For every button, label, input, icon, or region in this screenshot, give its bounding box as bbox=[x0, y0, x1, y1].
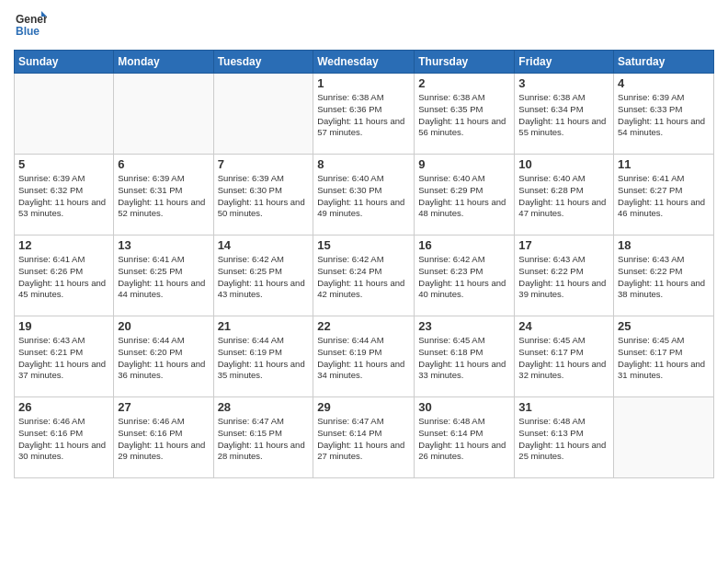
day-info: Sunrise: 6:40 AM Sunset: 6:30 PM Dayligh… bbox=[317, 173, 410, 220]
calendar-cell: 5Sunrise: 6:39 AM Sunset: 6:32 PM Daylig… bbox=[15, 155, 114, 236]
day-number: 24 bbox=[518, 319, 609, 333]
day-info: Sunrise: 6:44 AM Sunset: 6:20 PM Dayligh… bbox=[118, 335, 209, 382]
day-number: 6 bbox=[118, 157, 209, 171]
day-number: 3 bbox=[518, 76, 609, 90]
day-number: 12 bbox=[18, 238, 109, 252]
day-number: 28 bbox=[218, 400, 310, 414]
calendar-cell: 6Sunrise: 6:39 AM Sunset: 6:31 PM Daylig… bbox=[114, 155, 213, 236]
calendar-cell bbox=[213, 74, 313, 155]
day-of-week-header: Saturday bbox=[614, 51, 714, 74]
calendar-cell: 9Sunrise: 6:40 AM Sunset: 6:29 PM Daylig… bbox=[415, 155, 515, 236]
day-info: Sunrise: 6:41 AM Sunset: 6:26 PM Dayligh… bbox=[18, 254, 109, 301]
day-info: Sunrise: 6:45 AM Sunset: 6:17 PM Dayligh… bbox=[518, 335, 609, 382]
day-info: Sunrise: 6:45 AM Sunset: 6:18 PM Dayligh… bbox=[418, 335, 510, 382]
day-number: 4 bbox=[618, 76, 710, 90]
day-info: Sunrise: 6:39 AM Sunset: 6:32 PM Dayligh… bbox=[18, 173, 109, 220]
day-number: 7 bbox=[218, 157, 310, 171]
day-info: Sunrise: 6:44 AM Sunset: 6:19 PM Dayligh… bbox=[218, 335, 310, 382]
day-number: 8 bbox=[317, 157, 410, 171]
day-of-week-header: Wednesday bbox=[313, 51, 415, 74]
calendar-cell bbox=[15, 74, 114, 155]
day-number: 25 bbox=[618, 319, 710, 333]
calendar-cell: 13Sunrise: 6:41 AM Sunset: 6:25 PM Dayli… bbox=[114, 236, 213, 316]
day-of-week-header: Friday bbox=[515, 51, 614, 74]
day-info: Sunrise: 6:47 AM Sunset: 6:14 PM Dayligh… bbox=[317, 416, 410, 463]
calendar-week-row: 1Sunrise: 6:38 AM Sunset: 6:36 PM Daylig… bbox=[15, 74, 714, 155]
day-number: 17 bbox=[518, 238, 609, 252]
calendar-cell: 23Sunrise: 6:45 AM Sunset: 6:18 PM Dayli… bbox=[415, 316, 515, 397]
day-number: 22 bbox=[317, 319, 410, 333]
calendar-table: SundayMondayTuesdayWednesdayThursdayFrid… bbox=[14, 50, 714, 478]
logo-svg: General Blue bbox=[14, 9, 47, 42]
calendar-week-row: 12Sunrise: 6:41 AM Sunset: 6:26 PM Dayli… bbox=[15, 236, 714, 316]
calendar-cell: 16Sunrise: 6:42 AM Sunset: 6:23 PM Dayli… bbox=[415, 236, 515, 316]
day-info: Sunrise: 6:38 AM Sunset: 6:35 PM Dayligh… bbox=[418, 92, 510, 139]
day-info: Sunrise: 6:42 AM Sunset: 6:25 PM Dayligh… bbox=[218, 254, 310, 301]
day-of-week-header: Sunday bbox=[15, 51, 114, 74]
calendar-cell: 27Sunrise: 6:46 AM Sunset: 6:16 PM Dayli… bbox=[114, 397, 213, 478]
calendar-cell: 18Sunrise: 6:43 AM Sunset: 6:22 PM Dayli… bbox=[614, 236, 714, 316]
day-number: 11 bbox=[618, 157, 710, 171]
day-number: 14 bbox=[218, 238, 310, 252]
calendar-cell: 7Sunrise: 6:39 AM Sunset: 6:30 PM Daylig… bbox=[213, 155, 313, 236]
calendar-cell: 29Sunrise: 6:47 AM Sunset: 6:14 PM Dayli… bbox=[313, 397, 415, 478]
day-info: Sunrise: 6:46 AM Sunset: 6:16 PM Dayligh… bbox=[118, 416, 209, 463]
calendar-week-row: 19Sunrise: 6:43 AM Sunset: 6:21 PM Dayli… bbox=[15, 316, 714, 397]
day-info: Sunrise: 6:41 AM Sunset: 6:25 PM Dayligh… bbox=[118, 254, 209, 301]
day-number: 18 bbox=[618, 238, 710, 252]
calendar-cell bbox=[614, 397, 714, 478]
calendar-cell: 25Sunrise: 6:45 AM Sunset: 6:17 PM Dayli… bbox=[614, 316, 714, 397]
calendar-cell: 4Sunrise: 6:39 AM Sunset: 6:33 PM Daylig… bbox=[614, 74, 714, 155]
day-number: 27 bbox=[118, 400, 209, 414]
calendar-cell: 19Sunrise: 6:43 AM Sunset: 6:21 PM Dayli… bbox=[15, 316, 114, 397]
day-number: 10 bbox=[518, 157, 609, 171]
calendar-cell: 22Sunrise: 6:44 AM Sunset: 6:19 PM Dayli… bbox=[313, 316, 415, 397]
day-info: Sunrise: 6:47 AM Sunset: 6:15 PM Dayligh… bbox=[218, 416, 310, 463]
day-of-week-header: Thursday bbox=[415, 51, 515, 74]
day-number: 30 bbox=[418, 400, 510, 414]
day-number: 23 bbox=[418, 319, 510, 333]
day-info: Sunrise: 6:45 AM Sunset: 6:17 PM Dayligh… bbox=[618, 335, 710, 382]
calendar-cell: 21Sunrise: 6:44 AM Sunset: 6:19 PM Dayli… bbox=[213, 316, 313, 397]
day-of-week-header: Tuesday bbox=[213, 51, 313, 74]
day-number: 13 bbox=[118, 238, 209, 252]
day-info: Sunrise: 6:39 AM Sunset: 6:33 PM Dayligh… bbox=[618, 92, 710, 139]
calendar-cell: 8Sunrise: 6:40 AM Sunset: 6:30 PM Daylig… bbox=[313, 155, 415, 236]
calendar-week-row: 26Sunrise: 6:46 AM Sunset: 6:16 PM Dayli… bbox=[15, 397, 714, 478]
calendar-cell: 14Sunrise: 6:42 AM Sunset: 6:25 PM Dayli… bbox=[213, 236, 313, 316]
day-info: Sunrise: 6:38 AM Sunset: 6:34 PM Dayligh… bbox=[518, 92, 609, 139]
day-info: Sunrise: 6:39 AM Sunset: 6:31 PM Dayligh… bbox=[118, 173, 209, 220]
day-info: Sunrise: 6:41 AM Sunset: 6:27 PM Dayligh… bbox=[618, 173, 710, 220]
day-info: Sunrise: 6:39 AM Sunset: 6:30 PM Dayligh… bbox=[218, 173, 310, 220]
logo: General Blue bbox=[14, 9, 47, 42]
day-info: Sunrise: 6:48 AM Sunset: 6:13 PM Dayligh… bbox=[518, 416, 609, 463]
calendar-cell: 11Sunrise: 6:41 AM Sunset: 6:27 PM Dayli… bbox=[614, 155, 714, 236]
calendar-cell: 24Sunrise: 6:45 AM Sunset: 6:17 PM Dayli… bbox=[515, 316, 614, 397]
calendar-header-row: SundayMondayTuesdayWednesdayThursdayFrid… bbox=[15, 51, 714, 74]
calendar-cell: 1Sunrise: 6:38 AM Sunset: 6:36 PM Daylig… bbox=[313, 74, 415, 155]
day-info: Sunrise: 6:42 AM Sunset: 6:24 PM Dayligh… bbox=[317, 254, 410, 301]
day-info: Sunrise: 6:43 AM Sunset: 6:21 PM Dayligh… bbox=[18, 335, 109, 382]
day-info: Sunrise: 6:40 AM Sunset: 6:28 PM Dayligh… bbox=[518, 173, 609, 220]
day-number: 31 bbox=[518, 400, 609, 414]
day-info: Sunrise: 6:40 AM Sunset: 6:29 PM Dayligh… bbox=[418, 173, 510, 220]
day-number: 1 bbox=[317, 76, 410, 90]
calendar-cell: 26Sunrise: 6:46 AM Sunset: 6:16 PM Dayli… bbox=[15, 397, 114, 478]
day-info: Sunrise: 6:46 AM Sunset: 6:16 PM Dayligh… bbox=[18, 416, 109, 463]
day-number: 16 bbox=[418, 238, 510, 252]
calendar-cell bbox=[114, 74, 213, 155]
calendar-cell: 15Sunrise: 6:42 AM Sunset: 6:24 PM Dayli… bbox=[313, 236, 415, 316]
day-info: Sunrise: 6:43 AM Sunset: 6:22 PM Dayligh… bbox=[518, 254, 609, 301]
calendar-cell: 10Sunrise: 6:40 AM Sunset: 6:28 PM Dayli… bbox=[515, 155, 614, 236]
day-number: 15 bbox=[317, 238, 410, 252]
day-of-week-header: Monday bbox=[114, 51, 213, 74]
day-info: Sunrise: 6:44 AM Sunset: 6:19 PM Dayligh… bbox=[317, 335, 410, 382]
calendar-cell: 28Sunrise: 6:47 AM Sunset: 6:15 PM Dayli… bbox=[213, 397, 313, 478]
day-number: 2 bbox=[418, 76, 510, 90]
calendar-cell: 3Sunrise: 6:38 AM Sunset: 6:34 PM Daylig… bbox=[515, 74, 614, 155]
day-number: 5 bbox=[18, 157, 109, 171]
calendar-cell: 2Sunrise: 6:38 AM Sunset: 6:35 PM Daylig… bbox=[415, 74, 515, 155]
calendar-cell: 30Sunrise: 6:48 AM Sunset: 6:14 PM Dayli… bbox=[415, 397, 515, 478]
day-number: 21 bbox=[218, 319, 310, 333]
calendar-cell: 31Sunrise: 6:48 AM Sunset: 6:13 PM Dayli… bbox=[515, 397, 614, 478]
